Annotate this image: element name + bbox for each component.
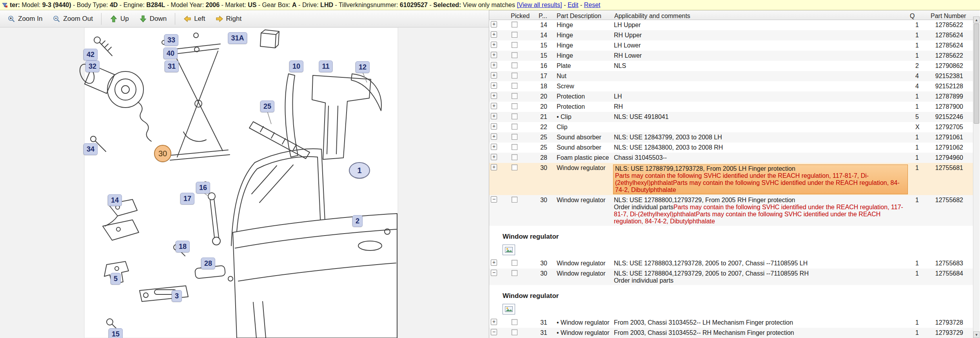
pan-right-button[interactable]: Right	[211, 12, 247, 26]
part-image-thumb[interactable]	[503, 245, 515, 255]
expand-icon[interactable]: +	[491, 113, 497, 119]
callout-34[interactable]: 34	[83, 143, 98, 155]
picked-checkbox[interactable]	[512, 22, 517, 27]
column-header-picked[interactable]: Picked	[500, 11, 531, 20]
scrollbar-thumb[interactable]	[974, 24, 979, 124]
part-row[interactable]: +17Nut492152381	[489, 71, 980, 81]
part-row[interactable]: +14HingeLH Upper112785622	[489, 20, 980, 30]
part-row[interactable]: +31• Window regulatorFrom 2003, Chassi 3…	[489, 318, 980, 328]
callout-28[interactable]: 28	[201, 258, 215, 269]
part-row[interactable]: −30Window regulatorNLS: USE 12788804,127…	[489, 269, 980, 285]
picked-checkbox[interactable]	[512, 93, 517, 99]
callout-33[interactable]: 33	[164, 34, 178, 46]
column-header-quantity[interactable]: Q	[909, 11, 928, 20]
zoom-in-button[interactable]: Zoom In	[2, 12, 47, 26]
expand-icon[interactable]: +	[491, 144, 497, 150]
column-header-applicability[interactable]: Applicability and comments	[613, 11, 909, 20]
picked-checkbox[interactable]	[512, 103, 517, 109]
pan-down-button[interactable]: Down	[134, 12, 172, 26]
part-row[interactable]: +20ProtectionLH112787899	[489, 91, 980, 102]
part-row[interactable]: −30Window regulatorNLS: USE 12788800,127…	[489, 195, 980, 226]
expand-icon[interactable]: +	[491, 21, 497, 27]
callout-31A[interactable]: 31A	[228, 32, 247, 44]
pan-up-button[interactable]: Up	[105, 12, 134, 26]
callout-10[interactable]: 10	[289, 60, 303, 72]
picked-checkbox[interactable]	[512, 134, 517, 140]
expand-icon[interactable]: +	[491, 133, 497, 140]
part-row[interactable]: +30Window regulatorNLS: USE 12788799,127…	[489, 163, 980, 195]
filter-link[interactable]: [View all results]	[517, 2, 562, 8]
picked-checkbox[interactable]	[512, 154, 517, 160]
part-row[interactable]: +30Window regulatorNLS: USE 12788803,127…	[489, 258, 980, 269]
part-row[interactable]: +15HingeLH Lower112785624	[489, 40, 980, 51]
callout-5[interactable]: 5	[111, 273, 121, 285]
callout-2[interactable]: 2	[352, 215, 363, 227]
vertical-scrollbar[interactable]: ▲ ▼	[973, 16, 980, 338]
part-row[interactable]: +14HingeRH Upper112785624	[489, 30, 980, 40]
expand-icon[interactable]: +	[491, 82, 497, 89]
scroll-up-icon[interactable]: ▲	[973, 16, 980, 23]
collapse-icon[interactable]: −	[491, 270, 497, 276]
picked-checkbox[interactable]	[512, 32, 517, 38]
picked-checkbox[interactable]	[512, 62, 517, 68]
picked-checkbox[interactable]	[512, 42, 517, 48]
callout-18[interactable]: 18	[176, 241, 190, 252]
picked-checkbox[interactable]	[512, 124, 517, 130]
part-row[interactable]: +28Foam plastic pieceChassi 31045503--11…	[489, 153, 980, 163]
callout-15[interactable]: 15	[109, 328, 123, 338]
picked-checkbox[interactable]	[512, 164, 517, 170]
expand-icon[interactable]: +	[491, 93, 497, 99]
callout-17[interactable]: 17	[180, 193, 194, 205]
callout-30[interactable]: 30	[154, 145, 171, 162]
expand-icon[interactable]: +	[491, 72, 497, 79]
callout-32[interactable]: 32	[85, 60, 100, 72]
part-image-thumb[interactable]	[503, 304, 515, 314]
expand-icon[interactable]: +	[491, 103, 497, 109]
picked-checkbox[interactable]	[512, 52, 517, 58]
callout-25[interactable]: 25	[260, 100, 274, 112]
expand-icon[interactable]: +	[491, 154, 497, 160]
column-header-description[interactable]: Part Description	[555, 11, 613, 20]
part-row[interactable]: +25Sound absorberNLS: USE 12843799, 2003…	[489, 132, 980, 143]
part-row[interactable]: +22ClipX12792705	[489, 122, 980, 132]
picked-checkbox[interactable]	[512, 319, 517, 325]
pan-left-button[interactable]: Left	[178, 12, 210, 26]
callout-31[interactable]: 31	[165, 60, 179, 72]
callout-12[interactable]: 12	[356, 61, 370, 73]
callout-3[interactable]: 3	[172, 290, 182, 302]
picked-checkbox[interactable]	[512, 270, 517, 276]
picked-checkbox[interactable]	[512, 197, 517, 203]
part-row[interactable]: +16PlateNLS212790862	[489, 61, 980, 71]
diagram-canvas[interactable]: 423233403131A101112253430116171421828531…	[0, 27, 489, 338]
callout-16[interactable]: 16	[196, 182, 210, 194]
scroll-down-icon[interactable]: ▼	[973, 331, 980, 338]
zoom-out-button[interactable]: Zoom Out	[47, 12, 98, 26]
expand-icon[interactable]: +	[491, 319, 497, 325]
expand-icon[interactable]: +	[491, 259, 497, 266]
picked-checkbox[interactable]	[512, 329, 517, 335]
picked-checkbox[interactable]	[512, 260, 517, 266]
column-header-position[interactable]: P...	[531, 11, 555, 20]
expand-icon[interactable]: +	[491, 123, 497, 130]
callout-40[interactable]: 40	[163, 48, 178, 59]
filter-link[interactable]: Reset	[584, 2, 601, 8]
callout-11[interactable]: 11	[319, 60, 332, 72]
callout-1[interactable]: 1	[349, 162, 370, 179]
column-header-part-number[interactable]: Part Number	[928, 11, 980, 20]
callout-42[interactable]: 42	[83, 49, 98, 60]
filter-link[interactable]: Edit	[568, 2, 579, 8]
expand-icon[interactable]: +	[491, 31, 497, 38]
expand-icon[interactable]: +	[491, 164, 497, 170]
part-row[interactable]: +21• ClipNLS: USE 4918041592152246	[489, 112, 980, 122]
part-row[interactable]: +20ProtectionRH112787900	[489, 102, 980, 112]
picked-checkbox[interactable]	[512, 83, 517, 89]
part-row[interactable]: +18Screw492152128	[489, 81, 980, 91]
part-row[interactable]: +25Sound absorberNLS: USE 12843800, 2003…	[489, 143, 980, 153]
picked-checkbox[interactable]	[512, 144, 517, 150]
part-row[interactable]: −31• Window regulatorFrom 2003, Chassi 3…	[489, 328, 980, 338]
part-row[interactable]: +15HingeRH Lower112785622	[489, 51, 980, 61]
expand-icon[interactable]: +	[491, 42, 497, 48]
picked-checkbox[interactable]	[512, 113, 517, 119]
expand-icon[interactable]: +	[491, 62, 497, 68]
collapse-icon[interactable]: −	[491, 196, 497, 203]
